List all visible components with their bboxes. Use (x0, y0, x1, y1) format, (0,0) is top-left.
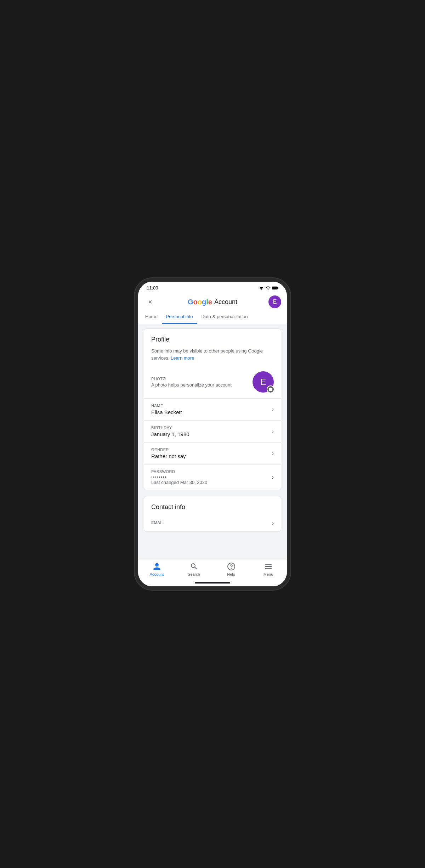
camera-badge (267, 385, 274, 393)
profile-description-text: Some info may be visible to other people… (151, 348, 263, 361)
profile-card-description: Some info may be visible to other people… (144, 348, 281, 367)
gender-value: Rather not say (151, 453, 268, 459)
bottom-nav: Account Search Help (138, 559, 287, 580)
name-row[interactable]: NAME Elisa Beckett › (144, 399, 281, 421)
birthday-row[interactable]: BIRTHDAY January 1, 1980 › (144, 421, 281, 443)
email-row[interactable]: EMAIL › (144, 515, 281, 531)
name-label: NAME (151, 404, 268, 408)
google-logo: Google (188, 298, 212, 306)
tab-home[interactable]: Home (141, 310, 162, 324)
battery-icon (272, 286, 278, 290)
nav-menu[interactable]: Menu (250, 559, 287, 580)
password-chevron: › (272, 474, 274, 480)
contact-card: Contact info EMAIL › (144, 496, 281, 532)
svg-point-3 (228, 563, 235, 570)
home-indicator (138, 580, 287, 586)
header-title: Google Account (188, 298, 237, 306)
contact-card-title: Contact info (144, 496, 281, 515)
photo-label: PHOTO (151, 377, 232, 381)
profile-card: Profile Some info may be visible to othe… (144, 328, 281, 490)
nav-search[interactable]: Search (175, 559, 212, 580)
home-bar (195, 582, 230, 584)
gender-row[interactable]: GENDER Rather not say › (144, 443, 281, 464)
gender-chevron: › (272, 450, 274, 457)
close-button[interactable]: × (144, 295, 157, 308)
help-icon (227, 562, 236, 571)
birthday-label: BIRTHDAY (151, 425, 268, 430)
profile-card-title: Profile (144, 329, 281, 348)
wifi-icon (259, 286, 264, 290)
account-icon (153, 562, 161, 571)
email-label: EMAIL (151, 520, 268, 525)
photo-row[interactable]: PHOTO A photo helps personalize your acc… (144, 367, 281, 399)
photo-value: A photo helps personalize your account (151, 382, 232, 388)
email-chevron: › (272, 520, 274, 526)
signal-icon (266, 286, 271, 291)
nav-search-label: Search (188, 572, 200, 576)
status-bar: 11:00 (138, 282, 287, 293)
svg-point-4 (231, 568, 231, 569)
nav-account[interactable]: Account (138, 559, 175, 580)
svg-rect-2 (272, 287, 277, 289)
nav-account-label: Account (150, 572, 164, 576)
password-dots: •••••••• (151, 475, 268, 479)
gender-label: GENDER (151, 447, 268, 452)
header-avatar[interactable]: E (268, 295, 281, 308)
nav-menu-label: Menu (264, 572, 273, 576)
main-content: Profile Some info may be visible to othe… (138, 324, 287, 559)
tab-personal-info[interactable]: Personal info (162, 310, 197, 324)
menu-icon (264, 562, 273, 571)
app-header: × Google Account E (138, 293, 287, 308)
password-label: PASSWORD (151, 469, 268, 474)
birthday-chevron: › (272, 428, 274, 435)
nav-help[interactable]: Help (212, 559, 250, 580)
learn-more-link[interactable]: Learn more (171, 355, 194, 361)
phone-frame: 11:00 × Google Account E (138, 282, 287, 586)
name-value: Elisa Beckett (151, 409, 268, 415)
password-row[interactable]: PASSWORD •••••••• Last changed Mar 30, 2… (144, 464, 281, 490)
nav-help-label: Help (227, 572, 235, 576)
header-account-label: Account (214, 298, 237, 306)
tab-data-personalization[interactable]: Data & personalization (197, 310, 252, 324)
name-chevron: › (272, 406, 274, 413)
status-time: 11:00 (147, 285, 158, 291)
status-icons (259, 286, 278, 291)
search-icon (190, 562, 198, 571)
password-sub: Last changed Mar 30, 2020 (151, 480, 268, 485)
birthday-value: January 1, 1980 (151, 431, 268, 437)
svg-rect-1 (278, 287, 278, 289)
photo-avatar[interactable]: E (253, 371, 274, 393)
camera-icon (268, 387, 273, 391)
tabs: Home Personal info Data & personalizatio… (138, 310, 287, 324)
